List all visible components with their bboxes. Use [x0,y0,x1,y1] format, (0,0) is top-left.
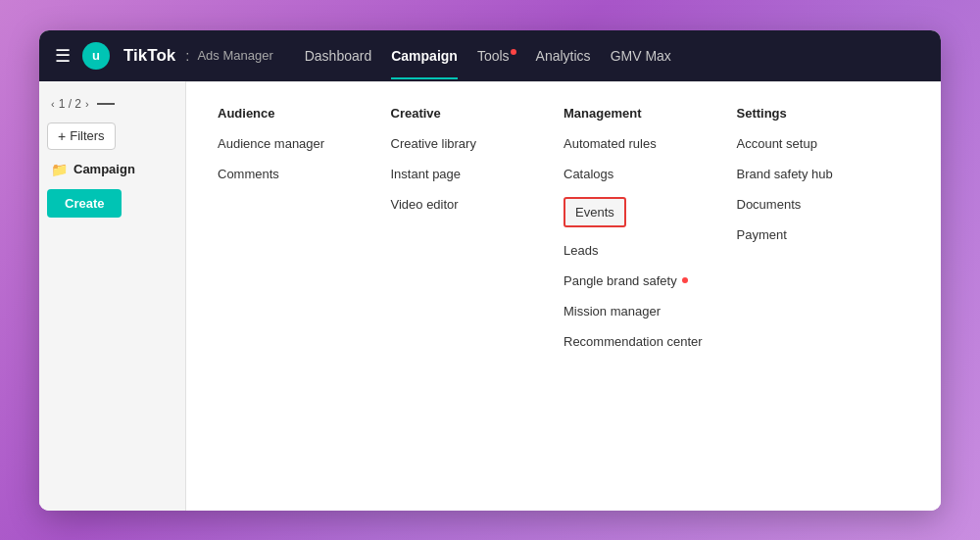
brand-separator: : [185,47,189,64]
menu-item-video-editor[interactable]: Video editor [391,197,541,212]
nav-link-campaign[interactable]: Campaign [391,48,458,64]
brand-logo: TikTok [123,46,175,66]
menu-item-catalogs[interactable]: Catalogs [564,167,713,181]
menu-item-payment[interactable]: Payment [737,227,887,242]
filter-button[interactable]: + Filters [47,123,116,150]
filter-label: Filters [70,128,104,143]
menu-item-audience-manager[interactable]: Audience manager [218,136,368,151]
nav-link-gmvmax[interactable]: GMV Max [611,48,671,64]
sidebar-item-campaign[interactable]: 📁 Campaign [47,158,177,181]
menu-col-title-settings: Settings [737,106,887,121]
nav-link-tools[interactable]: Tools [477,48,516,64]
menu-item-documents[interactable]: Documents [737,197,887,212]
menu-column-management: Management Automated rules Catalogs Even… [564,106,737,487]
plus-icon: + [58,128,66,144]
menu-item-pangle-brand-safety[interactable]: Pangle brand safety [564,273,713,288]
menu-col-title-management: Management [564,106,713,121]
menu-item-recommendation-center[interactable]: Recommendation center [564,334,713,349]
brand-sub: Ads Manager [197,48,272,63]
avatar: u [82,42,110,70]
menu-item-leads[interactable]: Leads [564,243,713,258]
tools-dot [511,49,516,55]
dropdown-menu: Audience Audience manager Comments Creat… [186,81,941,511]
menu-item-creative-library[interactable]: Creative library [391,136,541,151]
menu-item-brand-safety-hub[interactable]: Brand safety hub [737,167,887,181]
hamburger-icon[interactable]: ☰ [55,45,71,67]
create-button[interactable]: Create [47,189,122,218]
menu-item-instant-page[interactable]: Instant page [391,167,541,181]
pag-prev[interactable]: ‹ [51,98,55,110]
app-window: ☰ u TikTok : Ads Manager Dashboard Campa… [39,30,941,511]
pangle-dot [682,277,688,283]
nav-links: Dashboard Campaign Tools Analytics GMV M… [305,48,925,64]
pag-next[interactable]: › [85,98,89,110]
menu-column-settings: Settings Account setup Brand safety hub … [737,106,910,487]
menu-item-events[interactable]: Events [564,197,626,227]
pagination-text: 1 / 2 [59,97,81,111]
navbar: ☰ u TikTok : Ads Manager Dashboard Campa… [39,30,941,81]
menu-item-comments[interactable]: Comments [218,167,368,181]
pag-line [97,103,115,105]
menu-item-account-setup[interactable]: Account setup [737,136,887,151]
menu-item-mission-manager[interactable]: Mission manager [564,304,713,319]
folder-icon: 📁 [51,162,68,177]
sidebar: ‹ 1 / 2 › + Filters 📁 Campaign Create [39,81,186,511]
pagination: ‹ 1 / 2 › [47,93,177,115]
menu-col-title-creative: Creative [391,106,541,121]
menu-item-automated-rules[interactable]: Automated rules [564,136,713,151]
menu-col-title-audience: Audience [218,106,368,121]
menu-column-audience: Audience Audience manager Comments [218,106,391,487]
menu-column-creative: Creative Creative library Instant page V… [391,106,564,487]
nav-link-dashboard[interactable]: Dashboard [305,48,372,64]
nav-link-analytics[interactable]: Analytics [536,48,591,64]
campaign-label: Campaign [74,162,135,176]
main-area: ‹ 1 / 2 › + Filters 📁 Campaign Create Au… [39,81,941,511]
